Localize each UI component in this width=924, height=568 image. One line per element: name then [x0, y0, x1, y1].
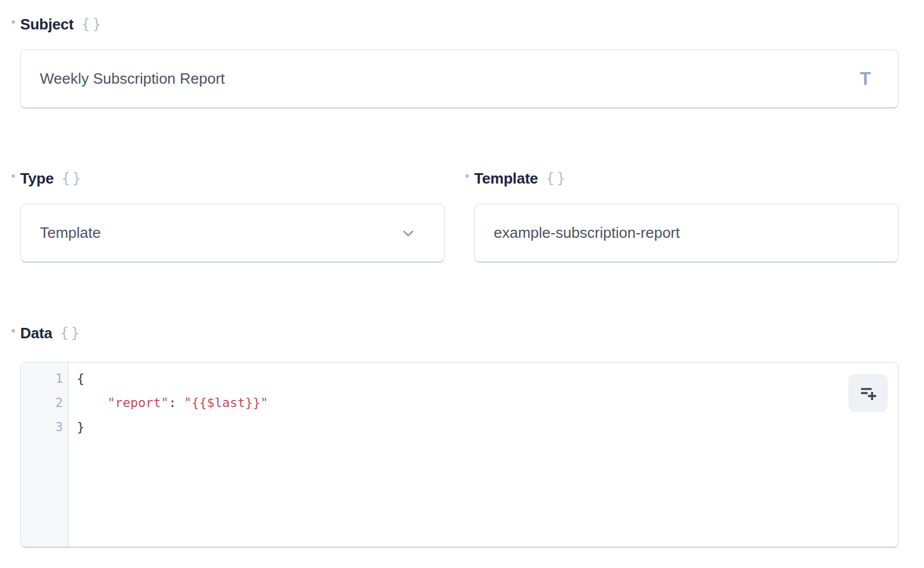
required-dot: [465, 174, 469, 178]
template-label-row: Template {}: [465, 169, 899, 188]
expression-braces-icon[interactable]: {}: [61, 170, 83, 186]
subject-input[interactable]: Weekly Subscription Report T: [20, 50, 899, 109]
template-field-group: Template {} example-subscription-report: [474, 169, 899, 263]
code-token-plain: }: [77, 420, 84, 434]
data-label: Data: [20, 324, 53, 342]
line-number: 2: [21, 391, 63, 415]
expression-braces-icon[interactable]: {}: [60, 324, 82, 341]
template-value: example-subscription-report: [494, 224, 879, 242]
code-token-plain: {: [77, 371, 84, 386]
type-selected-value: Template: [40, 224, 400, 242]
type-select[interactable]: Template: [20, 204, 445, 263]
line-number: 1: [21, 367, 63, 391]
subject-label-row: Subject {}: [12, 15, 899, 33]
code-line[interactable]: "report": "{{$last}}": [77, 391, 898, 415]
data-field-group: Data {} 123 { "report": "{{$last}}"}: [20, 324, 899, 548]
code-area[interactable]: { "report": "{{$last}}"}: [69, 363, 898, 547]
type-field-group: Type {} Template: [20, 169, 445, 263]
code-token-plain: :: [169, 395, 184, 410]
required-dot: [12, 174, 15, 178]
data-code-editor[interactable]: 123 { "report": "{{$last}}"}: [20, 362, 899, 548]
format-json-button[interactable]: [848, 374, 888, 412]
expression-braces-icon[interactable]: {}: [546, 170, 568, 186]
format-list-plus-icon: [858, 383, 878, 403]
template-label: Template: [474, 170, 538, 188]
code-token-plain: [77, 395, 107, 410]
expression-braces-icon[interactable]: {}: [81, 16, 103, 32]
line-number-gutter: 123: [21, 363, 69, 547]
required-dot: [12, 329, 15, 332]
type-template-row: Type {} Template Template {} example-sub…: [20, 169, 899, 263]
code-token-string: "report": [107, 395, 169, 410]
code-line[interactable]: {: [77, 367, 898, 391]
chevron-down-icon[interactable]: [400, 225, 417, 242]
data-label-row: Data {}: [12, 324, 899, 342]
subject-field-group: Subject {} Weekly Subscription Report T: [20, 15, 899, 109]
parameters-panel: Subject {} Weekly Subscription Report T …: [0, 0, 924, 548]
required-dot: [12, 20, 15, 24]
type-label-row: Type {}: [12, 169, 445, 188]
text-mode-icon[interactable]: T: [860, 69, 871, 89]
code-token-string: "{{$last}}": [184, 395, 268, 410]
line-number: 3: [21, 415, 63, 439]
subject-label: Subject: [20, 16, 74, 33]
template-input[interactable]: example-subscription-report: [474, 204, 899, 263]
subject-value: Weekly Subscription Report: [40, 70, 860, 88]
code-line[interactable]: }: [77, 415, 898, 439]
type-label: Type: [20, 170, 54, 188]
